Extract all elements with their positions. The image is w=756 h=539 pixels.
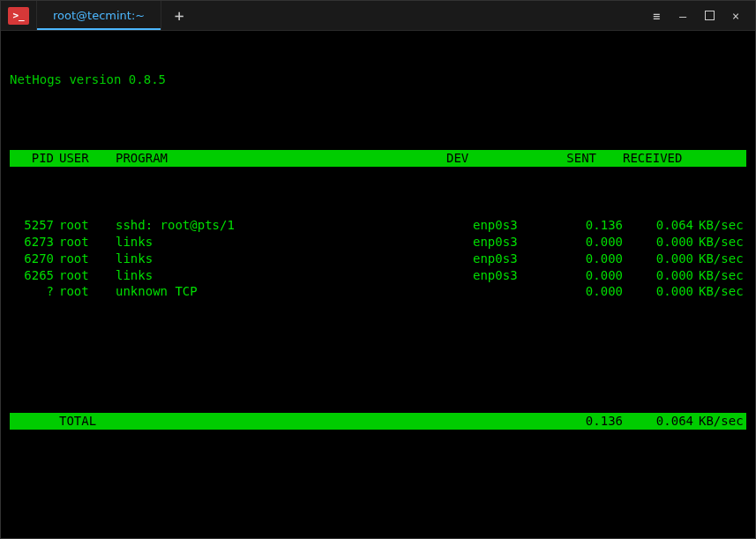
total-row: TOTAL 0.136 0.064 KB/sec	[10, 413, 746, 430]
cell-sent: 0.136	[552, 217, 623, 234]
cell-user: root	[54, 217, 116, 234]
titlebar-spacer	[197, 1, 637, 30]
cell-program: links	[116, 267, 473, 284]
cell-program: sshd: root@pts/1	[116, 217, 473, 234]
total-label: TOTAL	[54, 413, 116, 430]
titlebar: >_ root@tecmint:~ + ≡ – ×	[1, 1, 755, 31]
minimize-button[interactable]: –	[676, 9, 690, 23]
tab-title: root@tecmint:~	[53, 9, 145, 22]
terminal-output: NetHogs version 0.8.5 PID USER PROGRAM D…	[1, 31, 755, 453]
cell-user: root	[54, 283, 116, 300]
terminal-icon: >_	[8, 7, 29, 25]
tab-active[interactable]: root@tecmint:~	[36, 1, 161, 30]
col-user: USER	[54, 150, 116, 167]
cell-dev: enp0s3	[473, 251, 552, 267]
cell-unit: KB/sec	[693, 251, 746, 267]
cell-sent: 0.000	[552, 234, 623, 251]
table-row: 6265rootlinksenp0s30.0000.000KB/sec	[10, 267, 746, 284]
window-controls: ≡ – ×	[637, 1, 755, 30]
process-list: 5257rootsshd: root@pts/1enp0s30.1360.064…	[10, 217, 746, 300]
menu-button[interactable]: ≡	[649, 9, 663, 23]
close-button[interactable]: ×	[729, 9, 743, 23]
col-pid: PID	[10, 150, 54, 167]
total-dev-pad	[473, 413, 552, 430]
cell-dev: enp0s3	[473, 267, 552, 284]
cell-pid: ?	[10, 283, 54, 300]
new-tab-button[interactable]: +	[161, 1, 197, 30]
cell-recv: 0.000	[623, 267, 693, 284]
col-dev: DEV	[446, 150, 526, 167]
cell-unit: KB/sec	[693, 267, 746, 284]
maximize-icon	[705, 11, 715, 20]
cell-dev	[473, 283, 552, 300]
spacer-row	[10, 350, 746, 363]
total-sent: 0.136	[552, 413, 623, 430]
cell-unit: KB/sec	[693, 234, 746, 251]
cell-program: links	[116, 251, 473, 267]
cell-sent: 0.000	[552, 251, 623, 267]
total-prog-pad	[116, 413, 473, 430]
svg-rect-0	[705, 11, 714, 20]
hamburger-icon: ≡	[653, 9, 660, 23]
cell-sent: 0.000	[552, 267, 623, 284]
table-row: 6273rootlinksenp0s30.0000.000KB/sec	[10, 234, 746, 251]
cell-user: root	[54, 234, 116, 251]
cell-recv: 0.000	[623, 251, 693, 267]
cell-pid: 6265	[10, 267, 54, 284]
cell-unit: KB/sec	[693, 217, 746, 234]
cell-user: root	[54, 267, 116, 284]
cell-user: root	[54, 251, 116, 267]
cell-dev: enp0s3	[473, 217, 552, 234]
col-program: PROGRAM	[116, 150, 446, 167]
close-icon: ×	[732, 9, 739, 23]
cell-recv: 0.064	[623, 217, 693, 234]
cell-recv: 0.000	[623, 234, 693, 251]
cell-unit: KB/sec	[693, 283, 746, 300]
cell-dev: enp0s3	[473, 234, 552, 251]
table-row: ?rootunknown TCP0.0000.000KB/sec	[10, 283, 746, 300]
total-pad	[10, 413, 54, 430]
cell-program: links	[116, 234, 473, 251]
table-row: 5257rootsshd: root@pts/1enp0s30.1360.064…	[10, 217, 746, 234]
app-icon: >_	[1, 1, 36, 30]
cell-pid: 6270	[10, 251, 54, 267]
plus-icon: +	[175, 6, 184, 25]
version-line: NetHogs version 0.8.5	[10, 71, 746, 88]
total-unit: KB/sec	[693, 413, 746, 430]
cell-recv: 0.000	[623, 283, 693, 300]
maximize-button[interactable]	[702, 9, 716, 23]
col-received: RECEIVED	[596, 150, 693, 167]
table-header: PID USER PROGRAM DEV SENT RECEIVED	[10, 150, 746, 167]
cell-pid: 6273	[10, 234, 54, 251]
table-row: 6270rootlinksenp0s30.0000.000KB/sec	[10, 251, 746, 267]
cell-program: unknown TCP	[116, 283, 473, 300]
cell-sent: 0.000	[552, 283, 623, 300]
total-recv: 0.064	[623, 413, 693, 430]
col-sent: SENT	[526, 150, 596, 167]
minimize-icon: –	[679, 9, 686, 23]
cell-pid: 5257	[10, 217, 54, 234]
col-unit	[693, 150, 746, 167]
